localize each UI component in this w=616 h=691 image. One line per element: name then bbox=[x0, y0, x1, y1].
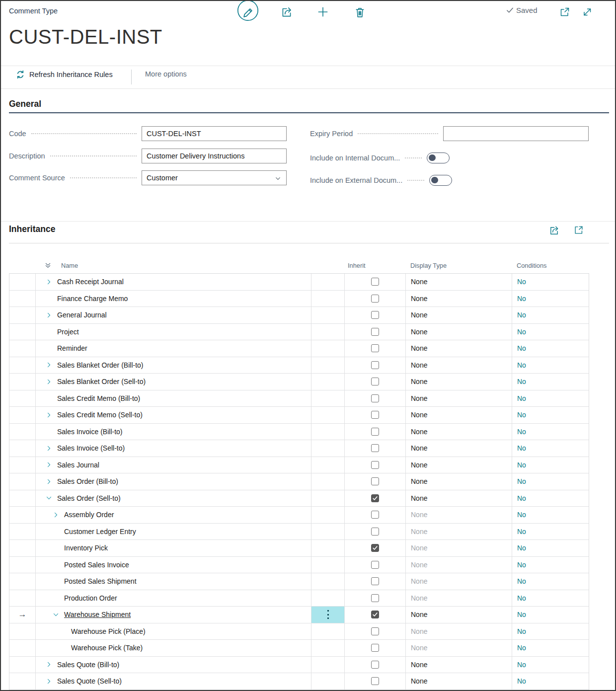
row-name-cell[interactable]: Production Order bbox=[36, 590, 311, 607]
row-name-cell[interactable]: General Journal bbox=[36, 307, 311, 323]
table-row[interactable]: → Inventory Pick None bbox=[9, 540, 589, 557]
conditions-link[interactable]: No bbox=[517, 561, 526, 569]
table-row[interactable]: → Sales Blanket Order (Bill-to) bbox=[9, 357, 589, 374]
more-options-button[interactable]: More options bbox=[145, 70, 187, 78]
row-name-cell[interactable]: Warehouse Pick (Take) bbox=[36, 640, 311, 656]
row-display-type-cell[interactable]: None bbox=[406, 424, 512, 440]
tree-chevron-icon[interactable] bbox=[59, 627, 67, 635]
conditions-link[interactable]: No bbox=[517, 311, 526, 319]
inherit-checkbox[interactable] bbox=[371, 411, 379, 419]
inheritance-share-button[interactable] bbox=[547, 224, 560, 236]
inherit-checkbox[interactable] bbox=[371, 661, 379, 669]
row-name-cell[interactable]: Sales Journal bbox=[36, 457, 311, 473]
conditions-link[interactable]: No bbox=[517, 611, 526, 618]
column-header-inherit[interactable]: Inherit bbox=[345, 262, 406, 269]
conditions-link[interactable]: No bbox=[517, 461, 526, 469]
table-row[interactable]: → Sales Quote (Bill-to) None bbox=[9, 657, 589, 674]
popout-button[interactable] bbox=[558, 5, 572, 19]
tree-chevron-icon[interactable] bbox=[45, 328, 53, 336]
row-display-type-cell[interactable]: None bbox=[406, 607, 512, 623]
table-row[interactable]: → Posted Sales Shipment None bbox=[9, 573, 589, 590]
conditions-link[interactable]: No bbox=[517, 444, 526, 452]
conditions-link[interactable]: No bbox=[517, 511, 526, 519]
include-external-toggle[interactable] bbox=[429, 175, 452, 186]
inherit-checkbox[interactable] bbox=[371, 494, 379, 502]
row-display-type-cell[interactable]: None bbox=[406, 440, 512, 457]
new-button[interactable] bbox=[316, 5, 330, 19]
tree-chevron-icon[interactable] bbox=[52, 544, 60, 552]
conditions-link[interactable]: No bbox=[517, 328, 526, 336]
column-header-name[interactable]: Name bbox=[61, 262, 78, 269]
code-input[interactable] bbox=[142, 126, 287, 141]
refresh-inheritance-rules-button[interactable]: Refresh Inheritance Rules bbox=[16, 70, 113, 79]
row-name-cell[interactable]: Assembly Order bbox=[36, 507, 311, 523]
table-row[interactable]: → Sales Credit Memo (Sell-to) No bbox=[9, 407, 589, 424]
tree-chevron-icon[interactable] bbox=[52, 561, 60, 569]
row-name-cell[interactable]: Sales Blanket Order (Bill-to) bbox=[36, 357, 311, 374]
inherit-checkbox[interactable] bbox=[371, 428, 379, 436]
row-name-cell[interactable]: Cash Receipt Journal bbox=[36, 274, 311, 290]
delete-button[interactable] bbox=[353, 5, 367, 19]
row-menu-button[interactable] bbox=[311, 607, 344, 623]
column-header-conditions[interactable]: Conditions bbox=[512, 262, 589, 269]
row-name-cell[interactable]: Warehouse Pick (Place) bbox=[36, 623, 311, 640]
conditions-link[interactable]: No bbox=[517, 361, 526, 369]
inherit-checkbox[interactable] bbox=[371, 577, 379, 585]
tree-chevron-icon[interactable] bbox=[45, 428, 53, 436]
inherit-checkbox[interactable] bbox=[371, 278, 379, 286]
row-name-cell[interactable]: Posted Sales Shipment bbox=[36, 573, 311, 590]
tree-chevron-icon[interactable] bbox=[45, 444, 53, 452]
row-display-type-cell[interactable]: None bbox=[406, 623, 512, 640]
tree-chevron-icon[interactable] bbox=[52, 577, 60, 585]
inheritance-section-heading[interactable]: Inheritance bbox=[9, 224, 55, 234]
inherit-checkbox[interactable] bbox=[371, 544, 379, 552]
tree-chevron-icon[interactable] bbox=[45, 394, 53, 402]
table-row[interactable]: → Sales Invoice (Bill-to) None bbox=[9, 424, 589, 441]
description-input[interactable] bbox=[142, 149, 287, 163]
row-display-type-cell[interactable]: None bbox=[406, 457, 512, 473]
table-row[interactable]: → General Journal None bbox=[9, 307, 589, 324]
conditions-link[interactable]: No bbox=[517, 477, 526, 485]
table-row[interactable]: → Warehouse Pick (Take) None bbox=[9, 640, 589, 657]
row-name-cell[interactable]: Sales Credit Memo (Sell-to) bbox=[36, 407, 311, 423]
table-row[interactable]: → Warehouse Pick (Place) None bbox=[9, 623, 589, 640]
row-name-cell[interactable]: Sales Order (Sell-to) bbox=[36, 490, 311, 507]
row-display-type-cell[interactable]: None bbox=[406, 524, 512, 540]
table-row[interactable]: → Finance Charge Memo None bbox=[9, 291, 589, 307]
table-row[interactable]: → Sales Order (Bill-to) None bbox=[9, 473, 589, 490]
conditions-link[interactable]: No bbox=[517, 644, 526, 652]
conditions-link[interactable]: No bbox=[517, 577, 526, 585]
table-row[interactable]: → Sales Blanket Order (Sell-to) bbox=[9, 374, 589, 390]
row-name-cell[interactable]: Sales Invoice (Sell-to) bbox=[36, 440, 311, 457]
conditions-link[interactable]: No bbox=[517, 677, 526, 685]
inherit-checkbox[interactable] bbox=[371, 378, 379, 385]
tree-chevron-icon[interactable] bbox=[45, 661, 53, 669]
table-row[interactable]: → Posted Sales Invoice None bbox=[9, 557, 589, 574]
row-display-type-cell[interactable]: None bbox=[406, 307, 512, 323]
row-display-type-cell[interactable]: None bbox=[406, 473, 512, 490]
table-row[interactable]: → Customer Ledger Entry None bbox=[9, 524, 589, 540]
conditions-link[interactable]: No bbox=[517, 394, 526, 402]
row-display-type-cell[interactable]: None bbox=[406, 557, 512, 573]
column-header-display-type[interactable]: Display Type bbox=[406, 262, 512, 269]
row-name-cell[interactable]: Inventory Pick bbox=[36, 540, 311, 556]
row-name-cell[interactable]: Sales Invoice (Bill-to) bbox=[36, 424, 311, 440]
tree-chevron-icon[interactable] bbox=[52, 611, 60, 618]
inherit-checkbox[interactable] bbox=[371, 477, 379, 485]
table-row[interactable]: → Production Order None bbox=[9, 590, 589, 607]
row-display-type-cell[interactable]: None bbox=[406, 374, 512, 390]
share-button[interactable] bbox=[280, 5, 294, 19]
inherit-checkbox[interactable] bbox=[371, 361, 379, 369]
tree-chevron-icon[interactable] bbox=[45, 494, 53, 502]
row-name-cell[interactable]: Reminder bbox=[36, 340, 311, 357]
inherit-checkbox[interactable] bbox=[371, 444, 379, 452]
table-row[interactable]: → Sales Credit Memo (Bill-to) No bbox=[9, 390, 589, 407]
tree-chevron-icon[interactable] bbox=[45, 477, 53, 485]
row-display-type-cell[interactable]: None bbox=[406, 507, 512, 523]
table-row[interactable]: → Reminder None bbox=[9, 340, 589, 357]
row-name-cell[interactable]: Sales Quote (Sell-to) bbox=[36, 673, 311, 690]
filter-double-chevron-icon[interactable] bbox=[44, 262, 52, 269]
tree-chevron-icon[interactable] bbox=[45, 677, 53, 685]
comment-source-select[interactable]: Customer bbox=[142, 170, 287, 185]
row-display-type-cell[interactable]: None bbox=[406, 590, 512, 607]
